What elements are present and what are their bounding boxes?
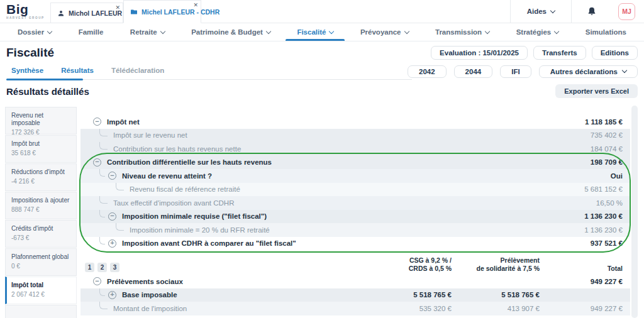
row-value: 198 709 € xyxy=(591,158,623,166)
chevron-down-icon xyxy=(622,68,627,73)
header-buttons: Evaluation : 15/01/2025 Transferts Editi… xyxy=(431,46,638,60)
column-header-prelevement-solidarite: Prélèvement de solidarité à 7,5 % xyxy=(452,256,540,272)
row-label: Taux effectif d'imposition avant CDHR xyxy=(113,199,596,207)
export-excel-button[interactable]: Exporter vers Excel xyxy=(555,84,638,98)
logo-subtext: HARVEST GROUP xyxy=(6,16,50,19)
collapse-icon[interactable] xyxy=(93,118,101,126)
form-2042-button[interactable]: 2042 xyxy=(408,65,447,78)
main-nav: Dossier Famille Retraite Patrimoine & Bu… xyxy=(0,23,644,41)
tab-resultats[interactable]: Résultats xyxy=(56,67,106,80)
row-value-total: 949 227 € xyxy=(540,305,623,312)
tax-tree-table: Impôt net 1 118 185 € Impôt sur le reven… xyxy=(80,115,630,250)
tree-connector-icon xyxy=(99,210,105,217)
chevron-down-icon xyxy=(550,8,555,13)
row-value-csg: 535 320 € xyxy=(357,305,452,312)
row-value-solidarite: 413 907 € xyxy=(452,305,540,312)
topbar-actions: Aides MJ xyxy=(510,0,644,23)
transferts-button[interactable]: Transferts xyxy=(533,46,586,60)
form-2044-button[interactable]: 2044 xyxy=(454,65,493,78)
form-ifi-button[interactable]: IFI xyxy=(500,65,531,78)
expand-icon[interactable] xyxy=(108,239,116,248)
section-header: Résultats détaillés Exporter vers Excel xyxy=(0,83,644,99)
nav-item-patrimoine-budget[interactable]: Patrimoine & Budget xyxy=(191,23,270,41)
editions-button[interactable]: Editions xyxy=(592,46,638,60)
table-row-cdhr[interactable]: Contribution différentielle sur les haut… xyxy=(80,156,630,170)
nav-item-famille[interactable]: Famille xyxy=(79,23,104,41)
sidebar-item-empty[interactable] xyxy=(5,305,77,318)
nav-item-strategies[interactable]: Stratégies xyxy=(516,23,559,41)
row-value: 16,50 % xyxy=(596,199,623,207)
collapse-icon[interactable] xyxy=(108,212,116,221)
table-row[interactable]: Impôt net 1 118 185 € xyxy=(80,115,630,129)
collapse-icon[interactable] xyxy=(93,277,101,285)
evaluation-button[interactable]: Evaluation : 15/01/2025 xyxy=(431,46,528,60)
row-label: Contribution différentielle sur les haut… xyxy=(107,158,591,166)
summary-sidebar: Revenu net imposable 172 326 € Impôt bru… xyxy=(5,107,77,318)
column-header-total: Total xyxy=(540,265,623,273)
sidebar-item-credits-impot[interactable]: Crédits d'impôt -673 € xyxy=(5,220,77,248)
row-label: Prélèvements sociaux xyxy=(107,278,357,285)
row-label: Montant de l'imposition xyxy=(113,305,357,312)
table-row[interactable]: Imposition avant CDHR à comparer au "fil… xyxy=(80,237,630,251)
sidebar-item-impot-brut[interactable]: Impôt brut 35 618 € xyxy=(5,135,77,163)
tree-connector-icon xyxy=(99,302,108,309)
row-label: Imposition avant CDHR à comparer au "fil… xyxy=(122,239,591,247)
row-label: Impôt net xyxy=(107,118,585,126)
sidebar-item-impositions-a-ajouter[interactable]: Impositions à ajouter 888 747 € xyxy=(5,192,77,219)
tree-connector-icon xyxy=(99,237,105,244)
tree-connector-icon xyxy=(99,129,108,136)
chevron-down-icon xyxy=(485,28,490,33)
nav-item-simulations[interactable]: Simulations xyxy=(586,23,626,41)
tree-connector-icon xyxy=(99,288,105,296)
table-row-base-imposable[interactable]: Base imposable 5 518 765 € 5 518 765 € xyxy=(80,288,630,302)
collapse-icon[interactable] xyxy=(93,158,101,167)
app-window: Big HARVEST GROUP Michol LAFLEUR Michel … xyxy=(0,0,644,318)
pagination: 1 2 3 xyxy=(85,263,119,272)
table-row-prelevements-sociaux[interactable]: Prélèvements sociaux 949 227 € xyxy=(80,275,630,288)
close-icon[interactable] xyxy=(115,4,120,11)
tree-connector-icon xyxy=(99,196,108,204)
notifications-button[interactable] xyxy=(572,0,612,23)
client-tab-michol[interactable]: Michol LAFLEUR xyxy=(50,3,123,23)
row-label: Contribution sur les hauts revenus nette xyxy=(113,145,591,153)
nav-item-prevoyance[interactable]: Prévoyance xyxy=(360,23,409,41)
autres-declarations-dropdown[interactable]: Autres déclarations xyxy=(539,65,638,78)
person-icon xyxy=(57,9,65,17)
aides-menu[interactable]: Aides xyxy=(511,0,571,23)
page-button-2[interactable]: 2 xyxy=(97,263,107,272)
nav-item-retraite[interactable]: Retraite xyxy=(130,23,165,41)
table-row[interactable]: Niveau de revenu atteint ? Oui xyxy=(80,169,630,183)
collapse-icon[interactable] xyxy=(108,172,116,180)
nav-item-fiscalite[interactable]: Fiscalité xyxy=(297,23,333,41)
page-button-3[interactable]: 3 xyxy=(110,263,119,272)
tab-synthese[interactable]: Synthèse xyxy=(6,67,56,80)
client-tab-michel-cdhr[interactable]: Michel LAFLEUR - CDHR xyxy=(123,0,201,23)
logo-text: Big xyxy=(6,3,50,16)
nav-item-transmission[interactable]: Transmission xyxy=(435,23,489,41)
sidebar-item-impot-total[interactable]: Impôt total 2 067 412 € xyxy=(5,277,77,304)
page-button-1[interactable]: 1 xyxy=(85,263,94,272)
table-row[interactable]: Imposition minimale requise ("filet fisc… xyxy=(80,210,630,224)
chevron-down-icon xyxy=(329,28,334,33)
client-tab-label: Michol LAFLEUR xyxy=(69,9,122,17)
column-header-csg-crds: CSG à 9,2 % / CRDS à 0,5 % xyxy=(357,256,452,272)
sidebar-item-revenu-net-imposable[interactable]: Revenu net imposable 172 326 € xyxy=(5,107,77,134)
row-label: Base imposable xyxy=(122,291,357,299)
nav-item-dossier[interactable]: Dossier xyxy=(18,23,52,41)
expand-icon[interactable] xyxy=(108,291,116,299)
scrollbar[interactable] xyxy=(631,106,638,318)
sidebar-item-plafonnement-global[interactable]: Plafonnement global 0 € xyxy=(5,248,77,276)
table-row: Imposition minimale = 20 % du RFR retrai… xyxy=(80,223,630,237)
user-avatar[interactable]: MJ xyxy=(618,3,635,20)
sidebar-item-reductions-impot[interactable]: Réductions d'impôt -4 216 € xyxy=(5,163,77,191)
row-value: 5 681 152 € xyxy=(584,185,623,193)
results-detail-panel: Impôt net 1 118 185 € Impôt sur le reven… xyxy=(80,104,630,315)
close-icon[interactable] xyxy=(193,2,198,8)
client-tab-label: Michel LAFLEUR - CDHR xyxy=(142,8,219,16)
chevron-down-icon xyxy=(404,28,409,33)
row-value-csg: 5 518 765 € xyxy=(357,291,452,299)
subtabs-row: Synthèse Résultats Télédéclaration 2042 … xyxy=(0,63,644,80)
tab-teledeclaration[interactable]: Télédéclaration xyxy=(106,67,177,80)
table-row: Impôt sur le revenu net 735 402 € xyxy=(80,129,630,143)
chevron-down-icon xyxy=(160,28,165,33)
